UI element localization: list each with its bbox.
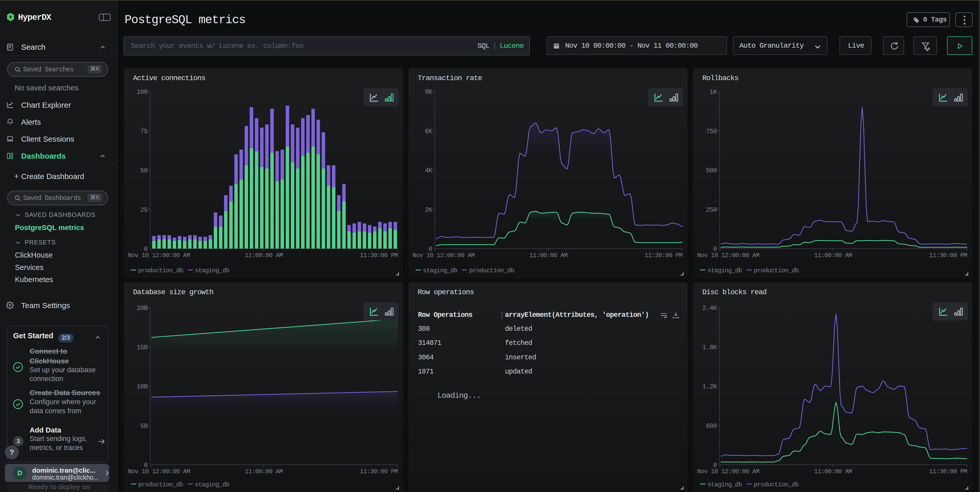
svg-text:11:30:00 PM: 11:30:00 PM	[645, 252, 682, 259]
svg-text:1.2K: 1.2K	[702, 383, 717, 390]
svg-text:1K: 1K	[710, 88, 717, 96]
svg-text:11:00:00 AM: 11:00:00 AM	[245, 252, 283, 259]
svg-text:11:00:00 AM: 11:00:00 AM	[530, 252, 567, 259]
svg-text:11:00:00 AM: 11:00:00 AM	[814, 252, 852, 259]
svg-text:50: 50	[140, 167, 148, 174]
svg-text:11:00:00 AM: 11:00:00 AM	[245, 468, 283, 475]
svg-text:2.4K: 2.4K	[702, 305, 717, 312]
svg-text:1.8K: 1.8K	[702, 344, 717, 351]
svg-text:production_db: production_db	[754, 481, 799, 488]
svg-text:75: 75	[140, 128, 148, 135]
svg-text:Nov 10 12:00:00 AM: Nov 10 12:00:00 AM	[128, 252, 190, 259]
svg-text:staging_db: staging_db	[195, 481, 229, 488]
svg-text:8K: 8K	[425, 88, 432, 96]
svg-text:25: 25	[140, 206, 148, 214]
svg-text:Nov 10 12:00:00 AM: Nov 10 12:00:00 AM	[697, 252, 759, 259]
svg-text:production_db: production_db	[138, 481, 183, 488]
svg-text:11:00:00 AM: 11:00:00 AM	[814, 468, 852, 475]
svg-text:6K: 6K	[425, 128, 432, 135]
svg-text:5B: 5B	[140, 422, 148, 430]
svg-text:500: 500	[706, 167, 717, 174]
svg-text:2K: 2K	[425, 206, 432, 214]
svg-text:staging_db: staging_db	[195, 267, 229, 274]
svg-text:250: 250	[706, 206, 717, 214]
svg-text:11:30:00 PM: 11:30:00 PM	[360, 252, 398, 259]
svg-text:750: 750	[706, 128, 717, 135]
svg-text:staging_db: staging_db	[708, 481, 742, 488]
svg-text:100: 100	[137, 88, 148, 96]
svg-text:11:30:00 PM: 11:30:00 PM	[360, 468, 398, 475]
svg-text:10B: 10B	[137, 383, 148, 390]
svg-text:11:30:00 PM: 11:30:00 PM	[929, 468, 967, 475]
svg-text:production_db: production_db	[469, 267, 514, 274]
svg-text:Nov 10 12:00:00 AM: Nov 10 12:00:00 AM	[412, 252, 474, 259]
svg-text:staging_db: staging_db	[708, 267, 742, 274]
svg-text:Nov 10 12:00:00 AM: Nov 10 12:00:00 AM	[697, 468, 759, 475]
svg-text:20B: 20B	[137, 305, 148, 312]
svg-text:11:30:00 PM: 11:30:00 PM	[929, 252, 967, 259]
svg-text:4K: 4K	[425, 167, 432, 174]
svg-text:staging_db: staging_db	[423, 267, 457, 274]
svg-text:production_db: production_db	[754, 267, 799, 274]
svg-text:15B: 15B	[137, 344, 148, 351]
svg-text:600: 600	[706, 422, 717, 430]
svg-text:production_db: production_db	[138, 267, 183, 274]
svg-text:Nov 10 12:00:00 AM: Nov 10 12:00:00 AM	[128, 468, 190, 475]
